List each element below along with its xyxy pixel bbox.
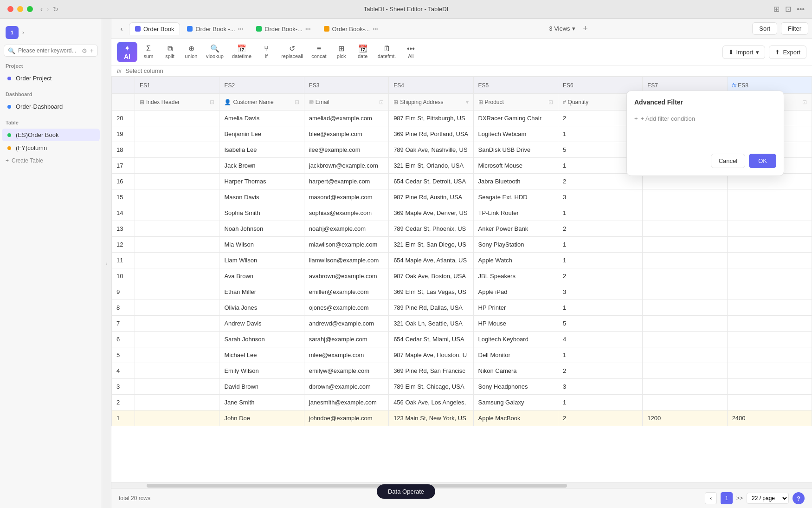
- table-row[interactable]: 14Sophia Smithsophias@example.com369 Map…: [112, 205, 812, 221]
- qty-cell[interactable]: 1: [558, 253, 642, 268]
- total-cell[interactable]: [727, 221, 812, 237]
- customer-cell[interactable]: David Brown: [219, 379, 304, 395]
- price-cell[interactable]: [643, 253, 727, 268]
- tab-order-book[interactable]: Order Book: [129, 22, 180, 35]
- tab-order-book-3[interactable]: Order Book-... •••: [250, 22, 316, 35]
- sidebar-nav-arrow[interactable]: ›: [22, 29, 24, 36]
- product-cell[interactable]: Sony PlayStation: [473, 237, 558, 253]
- email-cell[interactable]: ojones@example.com: [304, 300, 388, 316]
- add-tab-button[interactable]: +: [580, 23, 591, 34]
- page-1-button[interactable]: 1: [721, 492, 733, 504]
- total-cell[interactable]: [727, 395, 812, 410]
- price-cell[interactable]: [643, 189, 727, 205]
- qty-cell[interactable]: 3: [558, 379, 642, 395]
- index-cell[interactable]: [135, 347, 219, 363]
- close-button[interactable]: [7, 6, 13, 12]
- window-icon2[interactable]: ⊡: [785, 5, 791, 13]
- table-row[interactable]: 9Ethan Milleremiller@example.com369 Elm …: [112, 284, 812, 300]
- total-cell[interactable]: [727, 316, 812, 332]
- email-cell[interactable]: ilee@example.com: [304, 142, 388, 158]
- product-cell[interactable]: Apple MacBook: [473, 410, 558, 426]
- table-row[interactable]: 4Emily Wilsonemilyw@example.com369 Pine …: [112, 363, 812, 379]
- export-button[interactable]: ⬆ Export: [769, 46, 806, 59]
- total-cell[interactable]: [727, 189, 812, 205]
- table-row[interactable]: 8Olivia Jonesojones@example.com789 Pine …: [112, 300, 812, 316]
- price-cell[interactable]: [643, 221, 727, 237]
- email-cell[interactable]: liamwilson@example.com: [304, 253, 388, 268]
- product-cell[interactable]: Anker Power Bank: [473, 221, 558, 237]
- index-cell[interactable]: [135, 189, 219, 205]
- email-cell[interactable]: johndoe@example.com: [304, 410, 388, 426]
- address-cell[interactable]: 369 Elm St, Las Vegas, US: [389, 284, 473, 300]
- customer-cell[interactable]: Noah Johnson: [219, 221, 304, 237]
- address-cell[interactable]: 123 Main St, New York, US: [389, 410, 473, 426]
- email-cell[interactable]: mlee@example.com: [304, 347, 388, 363]
- price-cell[interactable]: [643, 316, 727, 332]
- col-email-header[interactable]: ✉ Email ⊡: [304, 94, 388, 111]
- address-cell[interactable]: 321 Elm St, San Diego, US: [389, 237, 473, 253]
- if-button[interactable]: ⑂ if: [256, 43, 277, 61]
- price-cell[interactable]: 1200: [643, 410, 727, 426]
- email-cell[interactable]: emiller@example.com: [304, 284, 388, 300]
- index-cell[interactable]: [135, 111, 219, 126]
- product-cell[interactable]: Logitech Webcam: [473, 126, 558, 142]
- tab-order-book-2[interactable]: Order Book -... •••: [181, 22, 249, 35]
- product-cell[interactable]: HP Printer: [473, 300, 558, 316]
- product-cell[interactable]: Logitech Keyboard: [473, 332, 558, 347]
- index-cell[interactable]: [135, 379, 219, 395]
- filter-icon[interactable]: ⚙: [82, 47, 87, 54]
- product-cell[interactable]: Apple iPad: [473, 284, 558, 300]
- price-cell[interactable]: [643, 268, 727, 284]
- customer-cell[interactable]: Harper Thomas: [219, 174, 304, 189]
- customer-cell[interactable]: Olivia Jones: [219, 300, 304, 316]
- address-cell[interactable]: 654 Cedar St, Detroit, USA: [389, 174, 473, 189]
- address-cell[interactable]: 987 Pine Rd, Austin, USA: [389, 189, 473, 205]
- customer-cell[interactable]: Jane Smith: [219, 395, 304, 410]
- tab-back-button[interactable]: ‹: [115, 22, 128, 35]
- address-cell[interactable]: 654 Maple Ave, Atlanta, US: [389, 253, 473, 268]
- total-cell[interactable]: [727, 347, 812, 363]
- horizontal-scrollbar[interactable]: [111, 482, 812, 488]
- email-cell[interactable]: sarahj@example.com: [304, 332, 388, 347]
- datetime-button[interactable]: 📅 datetime: [228, 43, 255, 61]
- import-button[interactable]: ⬇ Import ▾: [722, 46, 766, 59]
- qty-cell[interactable]: 2: [558, 410, 642, 426]
- qty-cell[interactable]: 1: [558, 300, 642, 316]
- forward-button[interactable]: ›: [46, 5, 49, 13]
- address-cell[interactable]: 987 Maple Ave, Houston, U: [389, 347, 473, 363]
- qty-cell[interactable]: 1: [558, 395, 642, 410]
- index-cell[interactable]: [135, 268, 219, 284]
- page-size-select[interactable]: 22 / page 50 / page 100 / page: [747, 493, 789, 504]
- qty-cell[interactable]: 1: [558, 347, 642, 363]
- maximize-button[interactable]: [27, 6, 33, 12]
- customer-cell[interactable]: Ethan Miller: [219, 284, 304, 300]
- address-cell[interactable]: 369 Pine Rd, San Francisc: [389, 363, 473, 379]
- email-cell[interactable]: janesmith@example.com: [304, 395, 388, 410]
- email-cell[interactable]: blee@example.com: [304, 126, 388, 142]
- qty-cell[interactable]: 1: [558, 205, 642, 221]
- email-cell[interactable]: noahj@example.com: [304, 221, 388, 237]
- customer-cell[interactable]: Mia Wilson: [219, 237, 304, 253]
- total-cell[interactable]: [727, 237, 812, 253]
- customer-cell[interactable]: Amelia Davis: [219, 111, 304, 126]
- address-cell[interactable]: 987 Elm St, Pittsburgh, US: [389, 111, 473, 126]
- product-cell[interactable]: Jabra Bluetooth: [473, 174, 558, 189]
- total-cell[interactable]: [727, 363, 812, 379]
- col-customer-header[interactable]: 👤 Customer Name ⊡: [219, 94, 304, 111]
- table-row[interactable]: 5Michael Leemlee@example.com987 Maple Av…: [112, 347, 812, 363]
- address-cell[interactable]: 369 Maple Ave, Denver, US: [389, 205, 473, 221]
- qty-cell[interactable]: 3: [558, 189, 642, 205]
- col-address-header[interactable]: ⊞ Shipping Address ▾: [389, 94, 473, 111]
- customer-cell[interactable]: Mason Davis: [219, 189, 304, 205]
- product-cell[interactable]: Sony Headphones: [473, 379, 558, 395]
- index-cell[interactable]: [135, 332, 219, 347]
- email-cell[interactable]: harpert@example.com: [304, 174, 388, 189]
- customer-cell[interactable]: Michael Lee: [219, 347, 304, 363]
- sum-button[interactable]: Σ sum: [138, 43, 159, 61]
- sidebar-collapse-btn[interactable]: ‹: [102, 19, 111, 508]
- sidebar-item-fy-column[interactable]: (FY)column: [2, 142, 100, 154]
- help-button[interactable]: ?: [793, 492, 805, 504]
- product-cell[interactable]: JBL Speakers: [473, 268, 558, 284]
- email-cell[interactable]: emilyw@example.com: [304, 363, 388, 379]
- tab-more-4[interactable]: •••: [373, 26, 378, 32]
